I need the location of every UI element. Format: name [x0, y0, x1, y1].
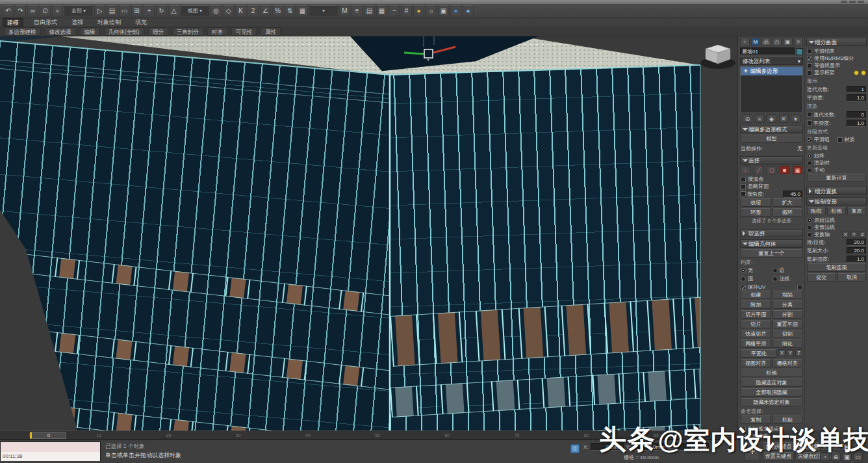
hide-unselected-button[interactable]: 隐藏未选定对象 [741, 398, 802, 406]
constraint-none-radio[interactable]: 无 [741, 267, 771, 274]
ribbon-panel-button-2[interactable]: 编辑 [80, 27, 100, 36]
brush-strength-spinner[interactable]: 1.0 [847, 256, 866, 263]
show-end-result-icon[interactable]: ≡ [755, 114, 765, 123]
minimize-button[interactable] [841, 1, 847, 3]
align-icon[interactable]: ≡ [351, 5, 363, 16]
constraint-face-radio[interactable]: 面 [741, 275, 771, 282]
planar-z-button[interactable]: Z [795, 349, 802, 356]
materials-checkbox[interactable]: 材质 [837, 136, 867, 143]
use-pivot-point-center-icon[interactable]: ◎ [211, 5, 222, 16]
angle-spinner[interactable]: 45.0 [783, 191, 802, 198]
update-always-radio[interactable]: 始终 [807, 152, 866, 159]
by-angle-checkbox[interactable] [741, 191, 746, 196]
original-normals-radio[interactable]: 原始法线 [807, 217, 866, 224]
graphite-ribbon-toggle-icon[interactable]: ▦ [376, 5, 387, 16]
curve-editor-icon[interactable]: ~ [389, 5, 400, 16]
display-smoothness-spinner[interactable]: 1.0 [847, 94, 866, 101]
tab-motion[interactable]: ◷ [772, 38, 782, 46]
use-nurms-checkbox[interactable]: ✓使用NURMS细分 [807, 55, 866, 62]
ribbon-panel-button-8[interactable]: 属性 [261, 27, 281, 36]
render-smoothness-spinner[interactable]: 1.0 [847, 120, 866, 127]
unhide-all-button[interactable]: 全部取消隐藏 [741, 388, 802, 397]
vertex-subobject-icon[interactable]: ∴ [741, 166, 750, 174]
make-unique-icon[interactable]: ◈ [767, 114, 776, 123]
select-object-icon[interactable]: ▷ [94, 5, 105, 16]
perspective-viewport[interactable] [0, 36, 737, 430]
modifier-bulb-icon[interactable]: ☀ [743, 67, 748, 75]
quickslice-button[interactable]: 快速切片 [741, 330, 771, 338]
viewcube[interactable] [700, 45, 735, 69]
redo-icon[interactable]: ↷ [15, 5, 26, 16]
grow-button[interactable]: 扩大 [772, 198, 803, 207]
ribbon-tab-3[interactable]: 对象绘制 [94, 18, 125, 27]
paint-relax-button[interactable]: 松弛 [827, 207, 846, 215]
select-and-scale-icon[interactable]: △ [168, 5, 179, 16]
render-iterations-spinner[interactable]: 0 [847, 111, 866, 118]
window-crossing-icon[interactable]: ⊞ [131, 5, 142, 16]
border-subobject-icon[interactable]: ◻ [767, 166, 776, 174]
snap-toggle-2d-icon[interactable]: 2 [248, 5, 259, 16]
ribbon-tab-4[interactable]: 填充 [131, 18, 151, 27]
ribbon-panel-button-1[interactable]: 修改选择 [45, 27, 76, 36]
rollout-header[interactable]: 细分曲面 [806, 38, 867, 46]
view-align-button[interactable]: 视图对齐 [741, 359, 771, 367]
smoothing-groups-checkbox[interactable]: ✓平滑组 [807, 136, 836, 143]
schematic-view-icon[interactable]: # [401, 5, 412, 16]
object-name-field[interactable]: 幕墙01 [740, 47, 795, 55]
deformed-normals-radio[interactable]: 变形法线 [807, 224, 866, 231]
mirror-icon[interactable]: M [339, 5, 350, 16]
ribbon-tab-0[interactable]: 建模 [3, 18, 23, 27]
push-pull-button[interactable]: 推/拉 [807, 207, 826, 215]
ribbon-tab-1[interactable]: 自由形式 [30, 18, 61, 27]
undo-icon[interactable]: ↶ [3, 5, 14, 16]
cut-button[interactable]: 切割 [772, 330, 803, 338]
edit-named-selection-sets-icon[interactable]: ▦ [297, 5, 308, 16]
tab-modify[interactable]: M [751, 38, 761, 46]
modifier-list-dropdown[interactable]: 修改器列表 ▾ [740, 57, 803, 65]
viewcube-right-face[interactable] [718, 49, 730, 64]
reset-plane-button[interactable]: 重置平面 [772, 320, 803, 328]
layer-manager-icon[interactable]: ▤ [364, 5, 375, 16]
repeat-last-button[interactable]: 重复上一个 [741, 249, 802, 258]
selection-filter-dropdown[interactable]: 全部 ▾ [64, 5, 93, 16]
tab-utilities[interactable]: ✳ [794, 38, 804, 46]
rollout-header[interactable]: 编辑几何体 [740, 239, 803, 248]
bind-to-space-warp-icon[interactable]: ≈ [52, 5, 63, 16]
rollout-header[interactable]: 编辑多边形模式 [740, 125, 803, 133]
unlink-selection-icon[interactable]: ∅ [40, 5, 51, 16]
split-button[interactable]: 分割 [772, 310, 803, 319]
create-button[interactable]: 创建 [741, 291, 771, 299]
constraint-edge-radio[interactable]: 边 [772, 267, 803, 274]
rendered-frame-window-icon[interactable]: ▣ [438, 5, 449, 16]
revert-button[interactable]: 复原 [847, 207, 866, 215]
modifier-stack[interactable]: ☀ 编辑多边形 [740, 66, 803, 113]
detach-button[interactable]: 分离 [772, 300, 803, 309]
collapse-button[interactable]: 塌陷 [772, 291, 803, 299]
render-smoothness-checkbox[interactable] [807, 120, 812, 126]
attach-button[interactable]: 附加 [741, 300, 771, 309]
select-and-move-icon[interactable]: + [144, 5, 155, 16]
ribbon-panel-button-5[interactable]: 三角剖分 [172, 27, 203, 36]
select-and-link-icon[interactable]: ∞ [27, 5, 38, 16]
tab-create[interactable]: + [740, 38, 750, 46]
viewcube-left-face[interactable] [706, 49, 718, 64]
tessellate-button[interactable]: 细化 [772, 339, 803, 348]
select-and-rotate-icon[interactable]: ↻ [156, 5, 167, 16]
by-vertex-checkbox[interactable]: 按顶点 [741, 176, 802, 183]
checkbox-icon[interactable] [807, 49, 812, 54]
checkbox-icon[interactable] [837, 137, 843, 142]
planar-y-button[interactable]: Y [787, 349, 794, 356]
edge-subobject-icon[interactable]: ╱ [754, 166, 763, 174]
grid-align-button[interactable]: 栅格对齐 [772, 359, 803, 367]
material-editor-icon[interactable]: ● [413, 5, 424, 16]
reference-coordinate-dropdown[interactable]: 视图 ▾ [181, 5, 209, 16]
make-planar-button[interactable]: 平面化 [741, 349, 777, 358]
viewcube-top-face[interactable] [706, 45, 730, 53]
ignore-backfacing-checkbox[interactable]: 忽略背面 [741, 183, 802, 190]
brush-options-button[interactable]: 笔刷选项 [807, 263, 866, 272]
configure-modifier-sets-icon[interactable]: ▾ [791, 114, 800, 123]
checkbox-icon[interactable] [741, 184, 746, 189]
constraint-normal-radio[interactable]: 法线 [772, 275, 803, 282]
planar-x-button[interactable]: X [778, 349, 785, 356]
macro-recorder-lane[interactable] [1, 442, 100, 452]
